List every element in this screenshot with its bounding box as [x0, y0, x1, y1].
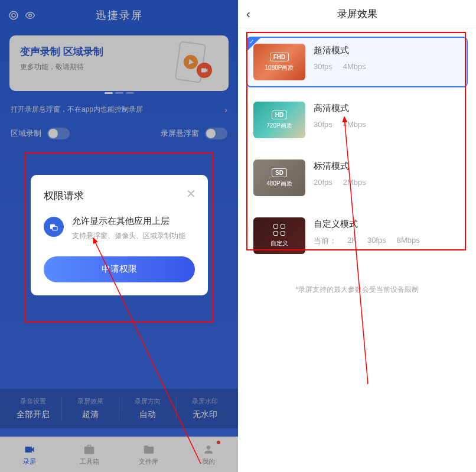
option-title: 超清模式	[314, 45, 461, 56]
permission-modal: 权限请求 ✕ 允许显示在其他应用上层 支持悬浮窗、摄像头、区域录制功能 申请权限	[31, 175, 208, 295]
option-sd[interactable]: SD 480P画质 标清模式 20fps 2Mbps	[246, 152, 468, 203]
option-title: 自定义模式	[314, 219, 461, 230]
quality-settings-screen: ‹ 录屏效果 ✓ FHD 1080P画质 超清模式 30fps 4Mbps HD	[238, 0, 476, 472]
thumb-custom: 自定义	[253, 217, 305, 254]
back-button[interactable]: ‹	[246, 7, 250, 21]
permission-title: 允许显示在其他应用上层	[72, 216, 185, 227]
permission-desc: 支持悬浮窗、摄像头、区域录制功能	[72, 230, 185, 241]
footer-note: *录屏支持的最大参数会受当前设备限制	[238, 285, 476, 295]
check-icon: ✓	[249, 38, 254, 45]
option-title: 高清模式	[314, 103, 461, 114]
screen-title: 录屏效果	[337, 7, 377, 21]
option-meta: 30fps 4Mbps	[314, 120, 461, 129]
quality-options-list: ✓ FHD 1080P画质 超清模式 30fps 4Mbps HD 720P画质…	[238, 28, 476, 272]
option-meta: 30fps 4Mbps	[314, 62, 461, 71]
svg-rect-4	[52, 226, 57, 230]
modal-title: 权限请求	[44, 189, 195, 203]
thumb-fhd: FHD 1080P画质	[253, 44, 305, 80]
thumb-hd: HD 720P画质	[253, 102, 305, 138]
request-permission-button[interactable]: 申请权限	[44, 256, 195, 282]
option-meta: 20fps 2Mbps	[314, 178, 461, 187]
option-meta: 当前： 2K 30fps 8Mbps	[314, 236, 461, 246]
overlay-icon	[44, 217, 64, 237]
close-icon[interactable]: ✕	[186, 187, 196, 201]
option-hd[interactable]: HD 720P画质 高清模式 30fps 4Mbps	[246, 95, 468, 145]
option-fhd[interactable]: ✓ FHD 1080P画质 超清模式 30fps 4Mbps	[246, 37, 468, 87]
thumb-sd: SD 480P画质	[253, 159, 305, 196]
permission-row: 允许显示在其他应用上层 支持悬浮窗、摄像头、区域录制功能	[44, 216, 195, 241]
option-custom[interactable]: 自定义 自定义模式 当前： 2K 30fps 8Mbps	[246, 210, 468, 261]
screen-header: ‹ 录屏效果	[238, 0, 476, 28]
modal-backdrop: 权限请求 ✕ 允许显示在其他应用上层 支持悬浮窗、摄像头、区域录制功能 申请权限	[0, 0, 238, 472]
main-screen: 迅捷录屏 变声录制 区域录制 更多功能，敬请期待 打开录屏悬浮窗，不在app内也…	[0, 0, 238, 472]
option-title: 标清模式	[314, 161, 461, 172]
